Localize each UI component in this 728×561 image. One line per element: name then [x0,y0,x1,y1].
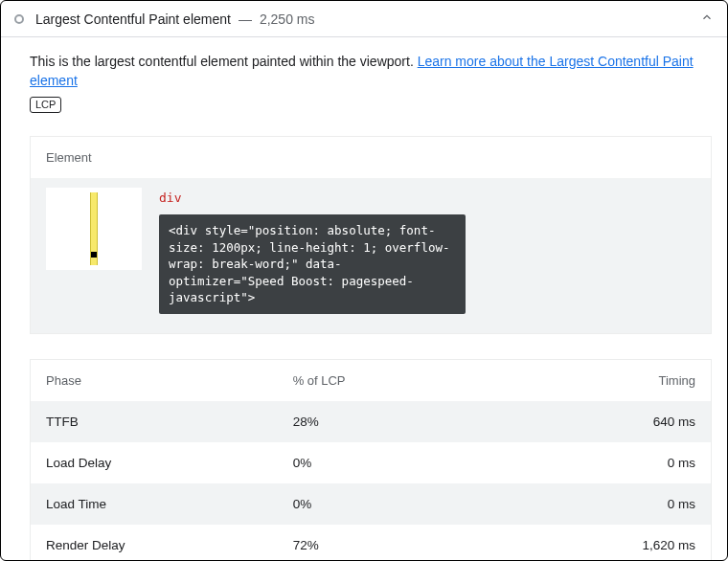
cell-pct: 28% [293,415,488,429]
element-text: div <div style="position: absolute; font… [159,188,695,314]
element-card-body[interactable]: div <div style="position: absolute; font… [31,178,711,333]
element-thumbnail [46,188,142,270]
cell-pct: 72% [293,538,488,552]
cell-pct: 0% [293,456,488,470]
audit-header[interactable]: Largest Contentful Paint element — 2,250… [1,1,727,37]
col-header-phase: Phase [46,373,293,388]
element-snippet-tooltip: <div style="position: absolute; font-siz… [159,214,466,314]
cell-phase: TTFB [46,415,293,429]
collapse-icon[interactable] [700,11,714,27]
badge-row: LCP [30,96,712,113]
cell-pct: 0% [293,497,488,511]
cell-timing: 0 ms [488,497,695,511]
col-header-timing: Timing [488,373,695,388]
description-text: This is the largest contentful element p… [30,54,418,69]
audit-content: This is the largest contentful element p… [1,37,727,561]
cell-phase: Load Time [46,497,293,511]
audit-description: This is the largest contentful element p… [30,53,712,90]
col-header-pct: % of LCP [293,373,488,388]
table-row: TTFB 28% 640 ms [31,401,711,442]
cell-phase: Load Delay [46,456,293,470]
element-card: Element div <div style="position: absolu… [30,136,712,334]
table-row: Load Delay 0% 0 ms [31,442,711,483]
lcp-badge: LCP [30,97,61,113]
cell-timing: 1,620 ms [488,538,695,552]
phase-table-header: Phase % of LCP Timing [31,360,711,401]
audit-panel: Largest Contentful Paint element — 2,250… [0,0,728,561]
cell-phase: Render Delay [46,538,293,552]
table-row: Render Delay 72% 1,620 ms [31,525,711,561]
cell-timing: 640 ms [488,415,695,429]
element-card-header: Element [31,137,711,178]
element-tag: div [159,191,181,205]
status-bullet-icon [14,14,24,24]
audit-title: Largest Contentful Paint element [35,11,231,27]
thumbnail-bar-icon [90,192,98,265]
audit-timing: 2,250 ms [260,11,315,27]
cell-timing: 0 ms [488,456,695,470]
phase-table: Phase % of LCP Timing TTFB 28% 640 ms Lo… [30,359,712,561]
table-row: Load Time 0% 0 ms [31,483,711,525]
separator-dash: — [239,11,252,27]
